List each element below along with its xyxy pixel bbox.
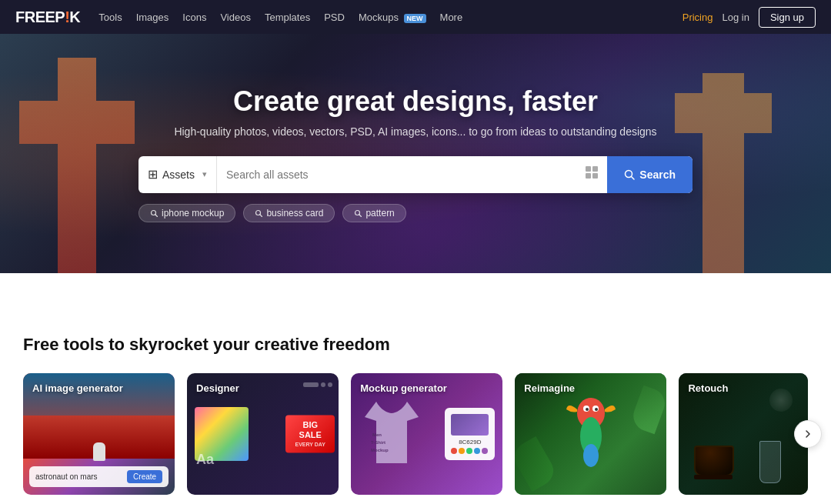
- tool-card-mockup[interactable]: Men T-Shirt Mockup 8C629D: [351, 373, 502, 495]
- big-sale-text: BIG SALE: [292, 420, 329, 440]
- tools-section: Free tools to skyrocket your creative fr…: [0, 304, 831, 504]
- designer-toolbar: [303, 382, 332, 387]
- ai-prompt-bar: astronaut on mars Create: [29, 466, 169, 487]
- coffee-saucer: [694, 475, 733, 479]
- ai-prompt-text: astronaut on mars: [35, 472, 98, 481]
- ai-search-icon[interactable]: [576, 165, 607, 184]
- light-reflection: [769, 389, 793, 412]
- search-small-icon: [150, 209, 158, 217]
- svg-text:T-Shirt: T-Shirt: [371, 440, 385, 445]
- tshirt-shape: Men T-Shirt Mockup: [365, 402, 419, 466]
- svg-line-5: [632, 176, 635, 179]
- svg-text:Mockup: Mockup: [371, 448, 389, 452]
- logo[interactable]: FREEP!K: [15, 8, 80, 26]
- svg-rect-0: [586, 166, 591, 172]
- svg-text:Men: Men: [372, 432, 382, 437]
- color-picker-panel: 8C629D: [445, 408, 495, 460]
- coffee-cup-group: [694, 446, 734, 479]
- search-bar: ⊞ Assets ▾ Search: [138, 156, 692, 193]
- color-swatches: [451, 448, 489, 454]
- carousel-next-button[interactable]: [794, 420, 822, 448]
- svg-point-20: [586, 408, 589, 411]
- parrot-figure: [560, 390, 622, 478]
- card-label-reimagine: Reimagine: [524, 382, 575, 394]
- big-sale-sub: EVERY DAY: [292, 442, 329, 448]
- svg-line-11: [359, 215, 362, 217]
- coffee-cup-body: [694, 446, 734, 476]
- svg-line-7: [155, 215, 158, 217]
- card-label-retouch: Retouch: [688, 382, 728, 394]
- search-tags: iphone mockup business card pattern: [138, 204, 692, 222]
- pricing-link[interactable]: Pricing: [682, 12, 713, 23]
- search-tag-business-card[interactable]: business card: [243, 204, 335, 222]
- search-icon: [624, 169, 635, 180]
- dropdown-chevron-icon: ▾: [202, 169, 207, 179]
- astronaut-figure: [93, 442, 105, 461]
- navbar-right: Pricing Log in Sign up: [682, 7, 816, 28]
- color-dot-orange: [459, 448, 465, 454]
- designer-aa-label: Aa: [196, 452, 214, 468]
- spacer: [0, 273, 831, 304]
- big-sale-badge: BIG SALE EVERY DAY: [285, 416, 335, 453]
- color-hex-value: 8C629D: [451, 439, 489, 446]
- card-label-mockup: Mockup generator: [360, 382, 447, 394]
- signup-button[interactable]: Sign up: [759, 7, 816, 28]
- nav-item-mockups[interactable]: Mockups NEW: [359, 12, 426, 23]
- tools-grid: AI image generator astronaut on mars Cre…: [23, 373, 808, 495]
- glass-body: [759, 441, 781, 483]
- tool-card-retouch[interactable]: Retouch: [679, 373, 808, 495]
- toolbar-item: [303, 382, 319, 387]
- hero-section: Create great designs, faster High-qualit…: [0, 34, 831, 273]
- color-dot-green: [466, 448, 472, 454]
- nav-item-images[interactable]: Images: [136, 12, 169, 23]
- nav-item-tools[interactable]: Tools: [98, 12, 122, 23]
- search-category-label: Assets: [162, 169, 195, 181]
- logo-text: FREEP!K: [15, 8, 80, 25]
- svg-rect-3: [592, 173, 598, 179]
- color-dot-purple: [482, 448, 488, 454]
- svg-line-9: [260, 215, 262, 217]
- new-badge: NEW: [404, 14, 426, 23]
- hero-subtitle: High-quality photos, videos, vectors, PS…: [138, 125, 692, 138]
- color-dot-blue: [474, 448, 480, 454]
- search-small-icon: [255, 209, 262, 217]
- search-tag-iphone[interactable]: iphone mockup: [138, 204, 235, 222]
- nav-menu: Tools Images Icons Videos Templates PSD …: [98, 12, 682, 23]
- nav-item-psd[interactable]: PSD: [324, 12, 345, 23]
- card-label-ai: AI image generator: [32, 382, 123, 394]
- nav-item-more[interactable]: More: [440, 12, 463, 23]
- toolbar-item: [328, 382, 332, 387]
- hero-title: Create great designs, faster: [138, 85, 692, 118]
- navbar: FREEP!K Tools Images Icons Videos Templa…: [0, 0, 831, 34]
- tool-card-ai-generator[interactable]: AI image generator astronaut on mars Cre…: [23, 373, 175, 495]
- nav-item-templates[interactable]: Templates: [265, 12, 310, 23]
- tool-card-designer[interactable]: BIG SALE EVERY DAY Aa Designer: [187, 373, 339, 495]
- color-preview-swatch: [451, 414, 489, 436]
- svg-point-17: [583, 444, 599, 467]
- nav-item-icons[interactable]: Icons: [182, 12, 206, 23]
- assets-icon: ⊞: [148, 167, 158, 182]
- chevron-right-icon: [803, 429, 813, 439]
- logo-bang: !: [65, 8, 69, 25]
- svg-rect-2: [586, 173, 591, 179]
- search-button[interactable]: Search: [607, 156, 692, 193]
- toolbar-item: [321, 382, 325, 387]
- ai-create-button[interactable]: Create: [127, 470, 162, 483]
- svg-rect-1: [592, 166, 598, 172]
- search-small-icon: [354, 209, 362, 217]
- login-link[interactable]: Log in: [722, 12, 749, 23]
- glass-group: [759, 441, 781, 483]
- tool-card-reimagine[interactable]: Reimagine: [515, 373, 666, 495]
- hero-content: Create great designs, faster High-qualit…: [123, 85, 708, 222]
- svg-point-21: [595, 408, 598, 411]
- card-label-designer: Designer: [196, 382, 239, 394]
- search-input[interactable]: [217, 169, 576, 181]
- nav-item-videos[interactable]: Videos: [220, 12, 251, 23]
- search-category-dropdown[interactable]: ⊞ Assets ▾: [138, 156, 217, 193]
- search-tag-pattern[interactable]: pattern: [342, 204, 405, 222]
- color-dot-red: [451, 448, 457, 454]
- tools-title: Free tools to skyrocket your creative fr…: [23, 335, 808, 355]
